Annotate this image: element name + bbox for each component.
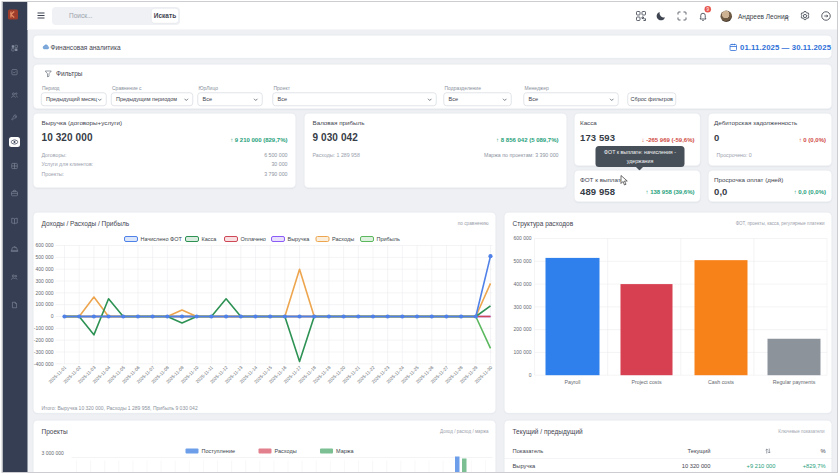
svg-text:-300 000: -300 000 (34, 349, 54, 355)
svg-text:300 000: 300 000 (35, 278, 53, 284)
svg-text:3 000 000: 3 000 000 (42, 450, 64, 456)
svg-text:200 000: 200 000 (35, 290, 53, 296)
svg-text:500 000: 500 000 (35, 254, 53, 260)
svg-text:Payroll: Payroll (564, 379, 580, 385)
svg-text:Маржа: Маржа (336, 448, 354, 454)
svg-text:0: 0 (529, 372, 532, 378)
svg-text:0: 0 (51, 313, 54, 319)
svg-text:500 000: 500 000 (513, 258, 531, 264)
svg-text:Cash costs: Cash costs (708, 379, 734, 385)
svg-text:Касса: Касса (202, 236, 218, 242)
svg-text:-400 000: -400 000 (34, 361, 54, 367)
svg-text:Regular payments: Regular payments (773, 379, 816, 385)
svg-text:100 000: 100 000 (35, 301, 53, 307)
svg-text:Прибыль: Прибыль (377, 236, 400, 242)
svg-text:Расходы: Расходы (332, 236, 354, 242)
svg-text:Поступление: Поступление (202, 448, 236, 454)
svg-text:600 000: 600 000 (35, 242, 53, 248)
svg-text:Начислено ФОТ: Начислено ФОТ (141, 236, 183, 242)
svg-text:Выручка: Выручка (288, 236, 311, 242)
svg-text:200 000: 200 000 (513, 326, 531, 332)
svg-text:600 000: 600 000 (513, 235, 531, 241)
svg-text:300 000: 300 000 (513, 304, 531, 310)
svg-text:-100 000: -100 000 (34, 325, 54, 331)
svg-text:100 000: 100 000 (513, 349, 531, 355)
svg-text:Оплачено: Оплачено (241, 236, 266, 242)
svg-text:-200 000: -200 000 (34, 337, 54, 343)
svg-text:400 000: 400 000 (35, 266, 53, 272)
svg-text:400 000: 400 000 (513, 281, 531, 287)
svg-text:Расходы: Расходы (275, 448, 297, 454)
svg-text:Project costs: Project costs (631, 379, 661, 385)
